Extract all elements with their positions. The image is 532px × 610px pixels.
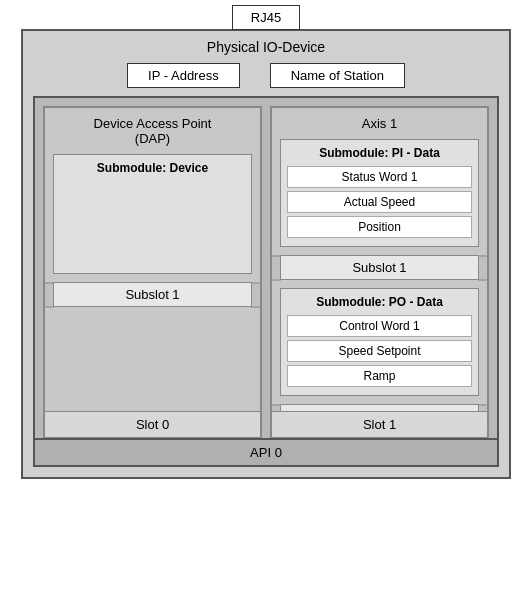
api-label: API 0 bbox=[35, 438, 497, 465]
po-row-1: Speed Setpoint bbox=[287, 340, 472, 362]
rj45-box: RJ45 bbox=[232, 5, 300, 30]
slot-1-label: Slot 1 bbox=[272, 411, 487, 437]
pi-row-2: Position bbox=[287, 216, 472, 238]
slot-1-title: Axis 1 bbox=[280, 116, 479, 131]
ip-address-box: IP - Address bbox=[127, 63, 240, 88]
po-submodule-title: Submodule: PO - Data bbox=[287, 295, 472, 309]
pi-submodule-title: Submodule: PI - Data bbox=[287, 146, 472, 160]
dap-submodule-title: Submodule: Device bbox=[60, 161, 245, 175]
dap-submodule: Submodule: Device bbox=[53, 154, 252, 274]
physical-device-frame: Physical IO-Device IP - Address Name of … bbox=[21, 29, 511, 479]
slot-1: Axis 1 Submodule: PI - Data Status Word … bbox=[270, 106, 489, 439]
page: RJ45 Physical IO-Device IP - Address Nam… bbox=[6, 5, 526, 605]
slot-0: Device Access Point(DAP) Submodule: Devi… bbox=[43, 106, 262, 439]
po-submodule: Submodule: PO - Data Control Word 1 Spee… bbox=[280, 288, 479, 396]
slots-row: Device Access Point(DAP) Submodule: Devi… bbox=[43, 106, 489, 439]
po-row-2: Ramp bbox=[287, 365, 472, 387]
pi-row-0: Status Word 1 bbox=[287, 166, 472, 188]
rj45-container: RJ45 bbox=[232, 5, 300, 30]
physical-device-title: Physical IO-Device bbox=[33, 39, 499, 55]
pi-row-1: Actual Speed bbox=[287, 191, 472, 213]
po-row-0: Control Word 1 bbox=[287, 315, 472, 337]
slot-0-label: Slot 0 bbox=[45, 411, 260, 437]
api-frame: Device Access Point(DAP) Submodule: Devi… bbox=[33, 96, 499, 467]
address-row: IP - Address Name of Station bbox=[33, 63, 499, 88]
slot-0-title: Device Access Point(DAP) bbox=[53, 116, 252, 146]
slot1-subslot1: Subslot 1 bbox=[280, 255, 479, 280]
dap-subslot: Subslot 1 bbox=[53, 282, 252, 307]
name-of-station-box: Name of Station bbox=[270, 63, 405, 88]
pi-submodule: Submodule: PI - Data Status Word 1 Actua… bbox=[280, 139, 479, 247]
